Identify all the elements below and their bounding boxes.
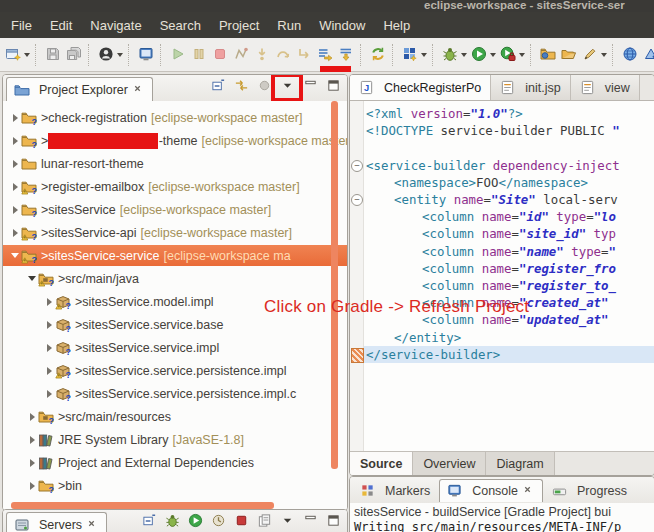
close-icon[interactable] xyxy=(523,485,535,497)
expand-arrow-icon[interactable] xyxy=(9,160,21,168)
profile-server-button[interactable] xyxy=(209,513,228,532)
console-output[interactable]: sitesService - buildService [Gradle Proj… xyxy=(350,503,654,532)
tree-item-redacted[interactable]: ?> -theme [eclipse-workspace master] xyxy=(3,130,347,151)
menu-item-window[interactable]: Window xyxy=(310,14,374,37)
collapse-all-button[interactable] xyxy=(209,78,228,97)
page-tab-diagram[interactable]: Diagram xyxy=(486,452,554,475)
new-java-project-button[interactable] xyxy=(400,42,429,68)
editor-tab-view[interactable]: view xyxy=(571,75,640,100)
menu-item-file[interactable]: File xyxy=(2,14,41,37)
stop-server-button[interactable] xyxy=(232,513,251,532)
minimize-button[interactable] xyxy=(301,513,320,532)
project-tree[interactable]: ?> check-registration[eclipse-workspace … xyxy=(3,101,347,510)
fold-marker-icon[interactable]: − xyxy=(351,194,363,206)
tree-item-bin[interactable]: ?> bin xyxy=(3,475,347,496)
start-server-button[interactable] xyxy=(186,513,205,532)
dropdown-arrow-icon[interactable] xyxy=(421,53,427,57)
page-tab-source[interactable]: Source xyxy=(350,452,413,475)
refresh-gradle-button[interactable] xyxy=(368,42,389,68)
code-editor[interactable]: −− <?xml version="1.0"?><!DOCTYPE servic… xyxy=(350,101,654,452)
terminate-button[interactable] xyxy=(210,42,231,68)
annotate-button[interactable] xyxy=(580,42,609,68)
tree-item-sitesservice-service-base[interactable]: ?> sitesService.service.base xyxy=(3,314,347,335)
page-tab-overview[interactable]: Overview xyxy=(413,452,486,475)
tree-item-lunar-resort-theme[interactable]: lunar-resort-theme xyxy=(3,153,347,174)
dropdown-arrow-icon[interactable] xyxy=(461,53,467,57)
expand-arrow-icon[interactable] xyxy=(9,253,21,258)
view-menu-button[interactable] xyxy=(278,78,297,97)
dropdown-arrow-icon[interactable] xyxy=(601,53,607,57)
web-browser-button[interactable] xyxy=(620,42,641,68)
expand-arrow-icon[interactable] xyxy=(9,206,21,214)
expand-arrow-icon[interactable] xyxy=(26,459,38,467)
maximize-button[interactable] xyxy=(324,78,343,97)
tree-item-sitesservice-service[interactable]: ?> sitesService-service[eclipse-workspac… xyxy=(3,245,347,266)
gutter-annotation-marker[interactable] xyxy=(351,348,364,363)
link-with-editor-button[interactable] xyxy=(232,78,251,97)
tree-item-project-and-external-dependencies[interactable]: Project and External Dependencies xyxy=(3,452,347,473)
expand-arrow-icon[interactable] xyxy=(43,367,55,375)
tab-servers[interactable]: Servers xyxy=(6,512,107,532)
expand-arrow-icon[interactable] xyxy=(43,344,55,352)
user-profile-button[interactable] xyxy=(96,42,125,68)
expand-arrow-icon[interactable] xyxy=(9,114,21,122)
fold-marker-icon[interactable]: − xyxy=(351,160,363,172)
tree-item-sitesservice-service-impl[interactable]: ?> sitesService.service.impl xyxy=(3,337,347,358)
tree-item-sitesservice[interactable]: ?> sitesService[eclipse-workspace master… xyxy=(3,199,347,220)
tree-horizontal-scrollbar[interactable] xyxy=(11,502,274,509)
expand-arrow-icon[interactable] xyxy=(9,229,21,237)
collapse-all-button[interactable] xyxy=(140,513,159,532)
tree-item-register-emailbox[interactable]: ?> register-emailbox[eclipse-workspace m… xyxy=(3,176,347,197)
close-icon[interactable] xyxy=(133,84,145,96)
expand-arrow-icon[interactable] xyxy=(43,390,55,398)
expand-arrow-icon[interactable] xyxy=(26,482,38,490)
close-icon[interactable] xyxy=(87,519,99,531)
java-search-button[interactable] xyxy=(641,42,654,68)
dropdown-arrow-icon[interactable] xyxy=(24,53,30,57)
tree-vertical-scrollbar[interactable] xyxy=(331,101,338,469)
tree-item-jre-system-library[interactable]: JRE System Library[JavaSE-1.8] xyxy=(3,429,347,450)
menu-item-edit[interactable]: Edit xyxy=(41,14,81,37)
step-over-button[interactable] xyxy=(273,42,294,68)
open-console-button[interactable] xyxy=(136,42,157,68)
suspend-button[interactable] xyxy=(189,42,210,68)
tree-item-sitesservice-model-impl[interactable]: ?> sitesService.model.impl xyxy=(3,291,347,312)
expand-arrow-icon[interactable] xyxy=(26,276,38,281)
save-all-button[interactable] xyxy=(64,42,85,68)
skip-breakpoints-button[interactable] xyxy=(315,42,336,68)
run-button[interactable] xyxy=(469,42,498,68)
save-button[interactable] xyxy=(43,42,64,68)
expand-arrow-icon[interactable] xyxy=(26,413,38,421)
dropdown-arrow-icon[interactable] xyxy=(117,53,123,57)
debug-button[interactable] xyxy=(440,42,469,68)
drop-to-frame-button[interactable] xyxy=(336,42,357,68)
dropdown-arrow-icon[interactable] xyxy=(490,53,496,57)
menu-item-search[interactable]: Search xyxy=(151,14,210,37)
expand-arrow-icon[interactable] xyxy=(26,436,38,444)
editor-tab-checkregisterpo[interactable]: JCheckRegisterPo xyxy=(350,75,491,100)
editor-tab-init-jsp[interactable]: init.jsp xyxy=(491,75,570,100)
expand-arrow-icon[interactable] xyxy=(43,298,55,306)
dropdown-arrow-icon[interactable] xyxy=(519,53,525,57)
menu-item-navigate[interactable]: Navigate xyxy=(81,14,150,37)
expand-arrow-icon[interactable] xyxy=(43,321,55,329)
expand-arrow-icon[interactable] xyxy=(9,183,21,191)
menu-item-help[interactable]: Help xyxy=(374,14,419,37)
menu-item-run[interactable]: Run xyxy=(268,14,310,37)
tree-item-sitesservice-service-persistence-impl-c[interactable]: ?> sitesService.service.persistence.impl… xyxy=(3,383,347,404)
tree-item-check-registration[interactable]: ?> check-registration[eclipse-workspace … xyxy=(3,107,347,128)
expand-arrow-icon[interactable] xyxy=(9,137,21,145)
open-file-button[interactable] xyxy=(559,42,580,68)
open-plugin-project-button[interactable] xyxy=(538,42,559,68)
new-wizard-button[interactable] xyxy=(3,42,32,68)
publish-button[interactable] xyxy=(255,513,274,532)
step-filters-button[interactable] xyxy=(231,42,252,68)
tree-item-sitesservice-api[interactable]: ?> sitesService-api[eclipse-workspace ma… xyxy=(3,222,347,243)
step-into-button[interactable] xyxy=(252,42,273,68)
view-menu-button[interactable] xyxy=(278,513,297,532)
console-tab-console[interactable]: Console xyxy=(439,479,543,502)
console-tab-markers[interactable]: Markers xyxy=(353,479,437,502)
step-return-button[interactable] xyxy=(294,42,315,68)
tree-item-src-main-resources[interactable]: ?> src/main/resources xyxy=(3,406,347,427)
tree-item-src-main-java[interactable]: ?> src/main/java xyxy=(3,268,347,289)
